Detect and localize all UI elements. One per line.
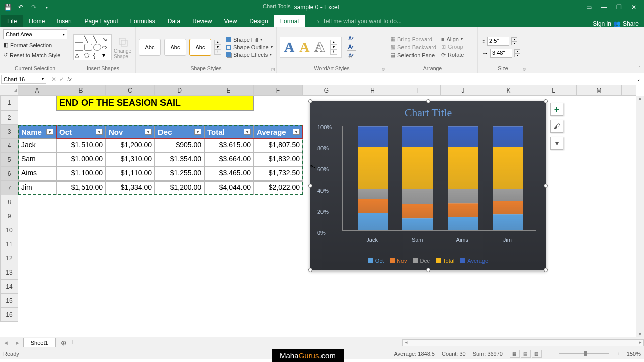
- data-cell[interactable]: $1,832.00: [254, 153, 303, 167]
- tab-formulas[interactable]: Formulas: [124, 15, 162, 27]
- cancel-formula-icon[interactable]: ✕: [51, 76, 56, 83]
- sign-in-link[interactable]: Sign in: [593, 20, 611, 27]
- resize-handle[interactable]: [308, 99, 312, 103]
- shape-fill-button[interactable]: Shape Fill▾: [226, 37, 273, 43]
- row-header[interactable]: 4: [0, 139, 18, 153]
- group-button[interactable]: ⊞Group: [441, 44, 464, 50]
- collapse-ribbon-icon[interactable]: ˄: [638, 65, 641, 71]
- wordart-gallery[interactable]: A A A ▴▾⁞: [280, 37, 342, 58]
- resize-handle[interactable]: [426, 268, 430, 272]
- column-header[interactable]: M: [577, 85, 622, 95]
- zoom-level[interactable]: 150%: [627, 351, 641, 357]
- data-cell[interactable]: $1,100.00: [56, 167, 106, 181]
- horizontal-scrollbar[interactable]: [403, 339, 644, 346]
- bar-segment[interactable]: [403, 189, 433, 204]
- width-spinner[interactable]: ▴▾: [514, 49, 520, 57]
- bar-segment[interactable]: [493, 189, 523, 201]
- shape-styles-launcher-icon[interactable]: ◲: [271, 67, 275, 72]
- column-header[interactable]: A: [18, 85, 56, 95]
- column-header[interactable]: K: [486, 85, 531, 95]
- height-value[interactable]: 2.5": [487, 37, 509, 46]
- data-cell[interactable]: $1,807.50: [254, 139, 303, 153]
- column-header[interactable]: B: [56, 85, 106, 95]
- bar-segment[interactable]: [493, 126, 523, 147]
- row-header[interactable]: 8: [0, 195, 18, 209]
- shape-width-input[interactable]: ↔3.48"▴▾: [482, 49, 520, 58]
- data-cell[interactable]: $2,022.00: [254, 181, 303, 195]
- legend-item[interactable]: Dec: [413, 258, 430, 264]
- tab-format[interactable]: Format: [274, 15, 305, 27]
- column-header[interactable]: L: [531, 85, 577, 95]
- bar-segment[interactable]: [358, 126, 388, 147]
- column-header[interactable]: C: [106, 85, 155, 95]
- enter-formula-icon[interactable]: ✓: [59, 76, 64, 83]
- row-header[interactable]: 6: [0, 167, 18, 181]
- shape-style-2[interactable]: Abc: [164, 39, 186, 56]
- send-backward-button[interactable]: ▧Send Backward: [390, 44, 436, 50]
- zoom-in-button[interactable]: +: [616, 351, 619, 357]
- name-box[interactable]: Chart 16▾: [1, 75, 46, 84]
- tab-home[interactable]: Home: [23, 15, 51, 27]
- row-header[interactable]: 12: [0, 251, 18, 265]
- shape-style-1[interactable]: Abc: [139, 39, 161, 56]
- row-headers[interactable]: 12345678910111213141516: [0, 96, 18, 322]
- row-header[interactable]: 11: [0, 237, 18, 251]
- bar-segment[interactable]: [358, 189, 388, 199]
- bar-segment[interactable]: [448, 203, 478, 216]
- table-header[interactable]: Average▾: [254, 125, 303, 139]
- row-header[interactable]: 7: [0, 181, 18, 195]
- zoom-slider[interactable]: [559, 353, 609, 354]
- row-header[interactable]: 5: [0, 153, 18, 167]
- bar-segment[interactable]: [493, 214, 523, 230]
- close-icon[interactable]: ✕: [628, 2, 640, 12]
- title-cell[interactable]: END OF THE SEASION SAIL: [56, 96, 254, 111]
- redo-icon[interactable]: ↷: [29, 3, 38, 12]
- wordart-style-1[interactable]: A: [284, 39, 294, 55]
- tab-insert[interactable]: Insert: [51, 15, 78, 27]
- gallery-nav[interactable]: ▴▾⁞: [214, 40, 221, 55]
- bar-segment[interactable]: [493, 147, 523, 188]
- resize-handle[interactable]: [308, 184, 312, 188]
- rotate-button[interactable]: ⟳Rotate: [441, 52, 464, 58]
- filter-arrow-icon[interactable]: ▾: [293, 129, 300, 135]
- row-header[interactable]: 2: [0, 111, 18, 125]
- tab-review[interactable]: Review: [186, 15, 218, 27]
- data-cell[interactable]: $3,664.00: [204, 153, 254, 167]
- chart-title[interactable]: Chart Title: [310, 101, 546, 119]
- data-cell[interactable]: $1,510.00: [56, 181, 106, 195]
- column-header[interactable]: H: [350, 85, 395, 95]
- filter-arrow-icon[interactable]: ▾: [145, 129, 152, 135]
- shape-style-3[interactable]: Abc: [189, 39, 211, 56]
- text-fill-button[interactable]: A▾: [347, 35, 356, 42]
- data-cell[interactable]: $1,334.00: [106, 181, 155, 195]
- chart-legend[interactable]: OctNovDecTotalAverage: [310, 258, 546, 264]
- column-header[interactable]: G: [303, 85, 350, 95]
- page-layout-view-button[interactable]: ▤: [521, 350, 531, 358]
- bar-segment[interactable]: [448, 189, 478, 204]
- shape-effects-button[interactable]: Shape Effects▾: [226, 52, 273, 58]
- column-header[interactable]: D: [155, 85, 204, 95]
- bar-stack[interactable]: [403, 126, 433, 230]
- sheet-nav-next[interactable]: ►: [12, 340, 23, 346]
- column-header[interactable]: I: [395, 85, 441, 95]
- tab-split-handle[interactable]: ⁞: [72, 339, 74, 346]
- selection-pane-button[interactable]: ▤Selection Pane: [390, 52, 436, 58]
- bring-forward-button[interactable]: ▦Bring Forward: [390, 36, 436, 42]
- bar-segment[interactable]: [448, 217, 478, 230]
- data-cell[interactable]: $1,000.00: [56, 153, 106, 167]
- resize-handle[interactable]: [544, 184, 548, 188]
- tab-page-layout[interactable]: Page Layout: [78, 15, 124, 27]
- data-cell[interactable]: $3,465.00: [204, 167, 254, 181]
- height-spinner[interactable]: ▴▾: [511, 37, 517, 45]
- add-sheet-button[interactable]: ⊕: [56, 339, 72, 347]
- bar-stack[interactable]: [493, 126, 523, 230]
- size-launcher-icon[interactable]: ◲: [523, 67, 527, 72]
- legend-item[interactable]: Oct: [368, 258, 384, 264]
- legend-item[interactable]: Total: [436, 258, 454, 264]
- wordart-launcher-icon[interactable]: ◲: [382, 67, 386, 72]
- zoom-out-button[interactable]: −: [549, 351, 552, 357]
- bar-stack[interactable]: [448, 126, 478, 230]
- row-header[interactable]: 10: [0, 223, 18, 237]
- shapes-gallery[interactable]: ╲╲↘ ⇨ △⬠{▾: [73, 34, 112, 60]
- chart-elements-button[interactable]: +: [550, 103, 564, 116]
